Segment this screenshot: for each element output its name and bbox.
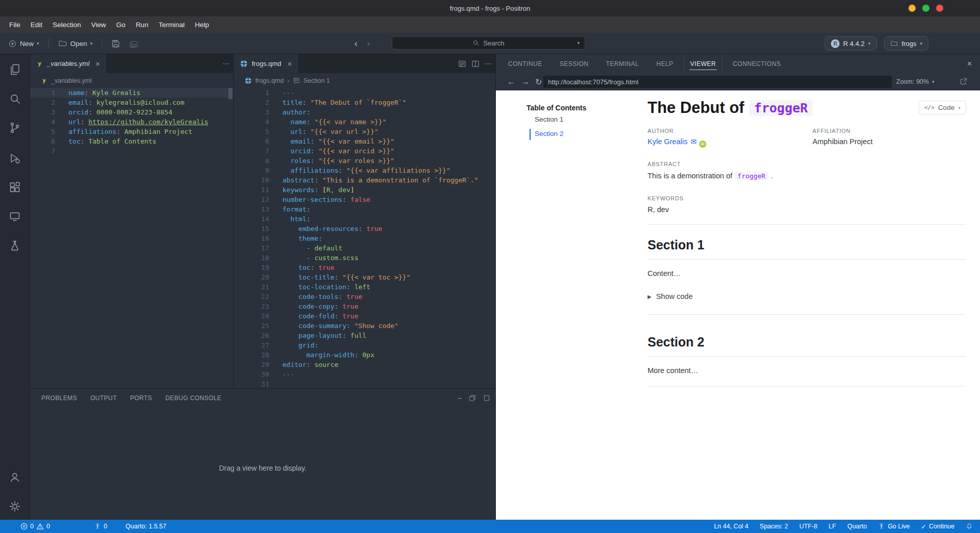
- code-line[interactable]: 12number-sections: false: [234, 195, 495, 204]
- email-icon[interactable]: ✉: [690, 137, 697, 146]
- cursor-position-status[interactable]: Ln 44, Col 4: [714, 523, 748, 530]
- extensions-icon[interactable]: [9, 181, 21, 194]
- code-line[interactable]: 28 margin-width: 0px: [234, 350, 495, 360]
- url-input[interactable]: http://localhost:7075/frogs.html: [543, 76, 892, 88]
- close-tab-icon[interactable]: ×: [95, 59, 100, 68]
- notifications-bell-icon[interactable]: [966, 523, 973, 530]
- open-changes-icon[interactable]: [458, 60, 466, 68]
- minimize-panel-icon[interactable]: −: [458, 394, 462, 402]
- save-button[interactable]: [109, 37, 122, 50]
- close-panel-icon[interactable]: ×: [967, 59, 972, 68]
- search-sidebar-icon[interactable]: [9, 92, 21, 105]
- author-link[interactable]: Kyle Grealis: [648, 137, 687, 146]
- close-light[interactable]: [936, 5, 943, 12]
- restore-panel-icon[interactable]: [469, 395, 476, 402]
- code-line[interactable]: 1name: Kyle Grealis: [30, 88, 233, 98]
- code-line[interactable]: 13format:: [234, 204, 495, 214]
- code-line[interactable]: 6 email: "{{< var email >}}": [234, 136, 495, 146]
- code-line[interactable]: 2title: "The Debut of `froggeR`": [234, 98, 495, 107]
- interpreter-selector[interactable]: R R 4.4.2 ▾: [825, 36, 876, 51]
- eol-status[interactable]: LF: [829, 523, 836, 530]
- viewer-forward-icon[interactable]: →: [521, 77, 530, 86]
- scrollbar-thumb[interactable]: [228, 88, 232, 99]
- code-line[interactable]: 3orcid: 0000-0002-9223-8854: [30, 107, 233, 117]
- tab-connections[interactable]: CONNECTIONS: [732, 54, 782, 73]
- code-line[interactable]: 18 - custom.scss: [234, 253, 495, 263]
- code-line[interactable]: 1---: [234, 88, 495, 98]
- code-line[interactable]: 23 code-copy: true: [234, 302, 495, 311]
- breadcrumb[interactable]: y _variables.yml: [30, 73, 233, 88]
- encoding-status[interactable]: UTF-8: [799, 523, 817, 530]
- breadcrumb-item[interactable]: _variables.yml: [51, 77, 92, 84]
- menu-edit[interactable]: Edit: [26, 21, 47, 29]
- maximize-panel-icon[interactable]: [483, 395, 490, 402]
- code-line[interactable]: 30---: [234, 369, 495, 379]
- code-line[interactable]: 10abstract: "This is a demonstration of …: [234, 175, 495, 185]
- new-button[interactable]: New ▾: [6, 37, 41, 50]
- settings-gear-icon[interactable]: [9, 500, 21, 513]
- tab-terminal[interactable]: TERMINAL: [605, 54, 640, 73]
- code-line[interactable]: 24 code-fold: true: [234, 311, 495, 321]
- code-line[interactable]: 5affiliations: Amphibian Project: [30, 127, 233, 136]
- code-line[interactable]: 26 page-layout: full: [234, 331, 495, 340]
- code-line[interactable]: 3author:: [234, 107, 495, 117]
- show-code-toggle[interactable]: ▶ Show code: [648, 292, 692, 300]
- orcid-icon[interactable]: iD: [699, 141, 706, 148]
- save-all-button[interactable]: [127, 37, 140, 50]
- breadcrumb-item[interactable]: Section 1: [303, 77, 330, 84]
- menu-file[interactable]: File: [4, 21, 26, 29]
- breadcrumb[interactable]: frogs.qmd › Section 1: [234, 73, 495, 88]
- close-tab-icon[interactable]: ×: [288, 59, 292, 68]
- go-live-button[interactable]: Go Live: [878, 523, 910, 530]
- tab-help[interactable]: HELP: [655, 54, 674, 73]
- code-line[interactable]: 4url: https://github.com/kyleGrealis: [30, 117, 233, 127]
- source-control-icon[interactable]: [9, 122, 21, 134]
- code-line[interactable]: 8 roles: "{{< var roles >}}": [234, 156, 495, 166]
- menu-selection[interactable]: Selection: [47, 21, 86, 29]
- code-line[interactable]: 29editor: source: [234, 360, 495, 369]
- viewer-zoom-selector[interactable]: Zoom: 90% ▾: [896, 78, 934, 85]
- more-actions-icon[interactable]: ⋯: [485, 60, 491, 67]
- code-editor-frogs[interactable]: 1---2title: "The Debut of `froggeR`"3aut…: [234, 88, 495, 388]
- code-line[interactable]: 14 html:: [234, 214, 495, 224]
- code-menu-button[interactable]: </> Code ▾: [919, 101, 966, 114]
- tab-session[interactable]: SESSION: [559, 54, 590, 73]
- account-icon[interactable]: [9, 471, 21, 483]
- split-editor-icon[interactable]: [471, 60, 480, 68]
- tab-viewer[interactable]: VIEWER: [684, 54, 723, 73]
- tab-ports[interactable]: PORTS: [130, 395, 152, 402]
- menu-view[interactable]: View: [86, 21, 111, 29]
- indentation-status[interactable]: Spaces: 2: [760, 523, 788, 530]
- code-line[interactable]: 20 toc-title: "{{< var toc >}}": [234, 272, 495, 282]
- continue-button[interactable]: ✓ Continue: [921, 523, 954, 530]
- code-line[interactable]: 9 affiliations: "{{< var affiliations >}…: [234, 166, 495, 175]
- more-actions-icon[interactable]: ⋯: [223, 60, 229, 67]
- forwarded-ports-status[interactable]: 0: [94, 523, 107, 530]
- code-line[interactable]: 2email: kylegrealis@icloud.com: [30, 98, 233, 107]
- code-line[interactable]: 27 grid:: [234, 340, 495, 350]
- open-button[interactable]: Open ▾: [56, 37, 95, 50]
- maximize-light[interactable]: [922, 5, 929, 12]
- code-line[interactable]: 31: [234, 379, 495, 388]
- tab-continue[interactable]: CONTINUE: [507, 54, 543, 73]
- open-in-browser-icon[interactable]: [960, 78, 967, 85]
- code-line[interactable]: 4 name: "{{< var name >}}": [234, 117, 495, 127]
- code-line[interactable]: 25 code-summary: "Show code": [234, 321, 495, 331]
- viewer-back-icon[interactable]: ←: [507, 77, 515, 86]
- breadcrumb-item[interactable]: frogs.qmd: [255, 77, 284, 84]
- menu-go[interactable]: Go: [111, 21, 131, 29]
- explorer-icon[interactable]: [9, 63, 21, 76]
- menu-help[interactable]: Help: [189, 21, 214, 29]
- viewer-reload-icon[interactable]: ↻: [535, 77, 542, 87]
- code-line[interactable]: 11keywords: [R, dev]: [234, 185, 495, 195]
- testing-beaker-icon[interactable]: [9, 240, 21, 252]
- code-line[interactable]: 21 toc-location: left: [234, 282, 495, 292]
- quarto-version-status[interactable]: Quarto: 1.5.57: [126, 523, 166, 530]
- code-line[interactable]: 17 - default: [234, 243, 495, 253]
- navigate-back-button[interactable]: ‹: [354, 38, 357, 49]
- code-line[interactable]: 15 embed-resources: true: [234, 224, 495, 234]
- problems-status[interactable]: 0 0: [20, 523, 50, 530]
- code-line[interactable]: 19 toc: true: [234, 263, 495, 272]
- run-debug-icon[interactable]: [9, 152, 21, 165]
- navigate-forward-button[interactable]: ›: [367, 38, 370, 49]
